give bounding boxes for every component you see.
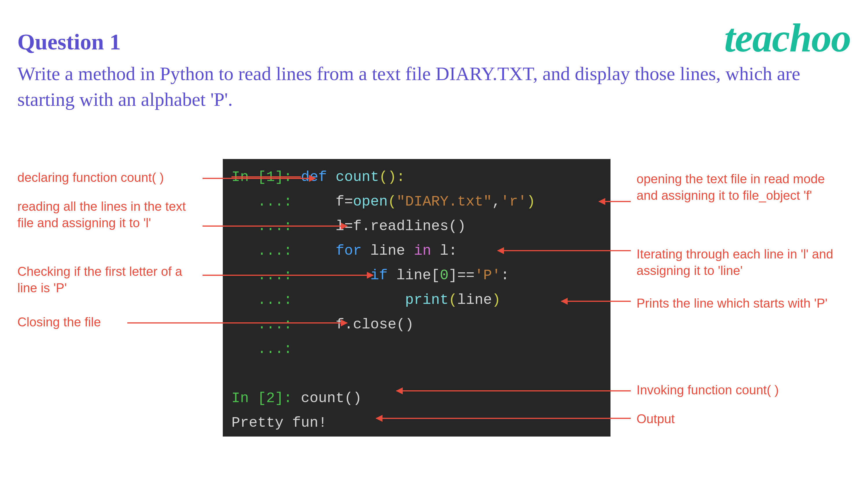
code-line-11: Pretty fun! [231, 411, 602, 435]
code-line-7: ...: f.close() [231, 312, 602, 337]
annotation-left-4: Closing the file [18, 314, 203, 330]
code-line-9 [231, 361, 602, 386]
code-line-10: In [2]: count() [231, 386, 602, 411]
arrow-left-1 [203, 178, 315, 179]
annotation-right-2: Iterating through each line in 'l' and a… [637, 246, 850, 279]
arrow-left-2 [203, 226, 347, 227]
annotation-right-3: Prints the line which starts with 'P' [637, 295, 857, 312]
annotation-left-1: declaring function count( ) [18, 169, 203, 186]
arrow-right-4 [396, 390, 631, 391]
annotation-left-2: reading all the lines in the text file a… [18, 198, 203, 231]
brand-logo: teachoo [724, 14, 850, 61]
arrow-left-3 [203, 274, 373, 276]
arrow-right-3 [561, 301, 631, 302]
question-title: Question 1 [18, 29, 121, 55]
arrow-left-4 [127, 322, 347, 324]
code-line-1: In [1]: def count(): [231, 165, 602, 189]
code-line-6: ...: print(line) [231, 288, 602, 312]
annotation-right-1: opening the text file in read mode and a… [637, 170, 839, 203]
code-line-8: ...: [231, 337, 602, 361]
code-block: In [1]: def count(): ...: f=open("DIARY.… [223, 159, 611, 436]
code-line-2: ...: f=open("DIARY.txt",'r') [231, 189, 602, 214]
arrow-right-5 [376, 418, 631, 419]
annotation-right-5: Output [637, 411, 839, 427]
arrow-right-2 [498, 250, 631, 251]
annotation-left-3: Checking if the first letter of a line i… [18, 263, 203, 296]
annotation-right-4: Invoking function count( ) [637, 382, 839, 398]
question-body: Write a method in Python to read lines f… [18, 61, 850, 112]
arrow-right-1 [599, 201, 631, 202]
